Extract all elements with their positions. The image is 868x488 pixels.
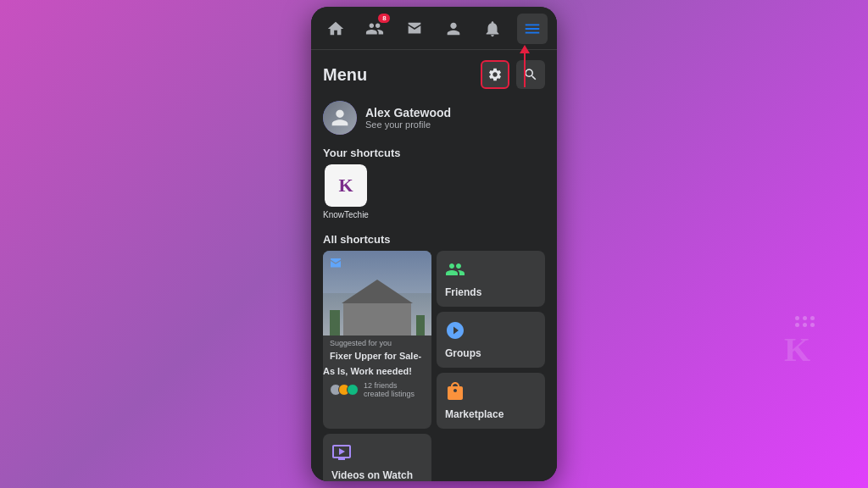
bg-dots [795,316,815,327]
phone-frame: 8 Menu [311,7,557,481]
shortcuts-row: K KnowTechie [311,164,557,230]
profile-nav-icon[interactable] [438,14,469,44]
groups-card[interactable]: Groups [437,312,545,368]
ad-friends-row: 12 friends created listings [323,378,431,402]
friends-badge: 8 [378,14,390,23]
bg-dot [803,323,807,327]
groups-icon [445,320,537,344]
friend-avatar-3 [347,384,359,396]
red-arrow-indicator [520,50,530,87]
bg-dot [795,316,799,320]
ad-friends-text: 12 friends created listings [364,381,425,398]
menu-title: Menu [323,65,367,85]
watch-icon [331,442,423,466]
profile-name: Alex Gatewood [365,106,451,119]
profile-row[interactable]: Alex Gatewood See your profile [311,96,557,143]
avatar [323,101,357,135]
ad-image [323,251,431,336]
friends-label: Friends [445,286,537,298]
profile-info: Alex Gatewood See your profile [365,106,451,130]
arrow-line [524,53,526,87]
top-navigation: 8 [311,7,557,50]
all-shortcuts-label: All shortcuts [311,230,557,251]
menu-header-icons [481,60,545,89]
watch-label: Videos on Watch [331,469,423,481]
shortcuts-section-label: Your shortcuts [311,143,557,164]
ad-card[interactable]: Suggested for you Fixer Upper for Sale- … [323,251,431,429]
bg-dot [810,323,815,327]
background-k-logo: K [784,330,810,369]
friends-icon [445,259,537,283]
friend-avatars [330,384,355,396]
marketplace-label: Marketplace [445,408,537,420]
friends-nav-icon[interactable]: 8 [359,14,390,44]
shortcut-label: KnowTechie [323,210,369,219]
store-nav-icon[interactable] [399,14,430,44]
ad-title: Fixer Upper for Sale- As Is, Work needed… [323,349,421,378]
marketplace-card[interactable]: Marketplace [437,373,545,429]
avatar-image [323,101,357,135]
bg-dot [810,316,815,320]
settings-button[interactable] [481,60,509,89]
watch-card[interactable]: Videos on Watch ● 9+ new videos [323,434,431,481]
ad-suggested-text: Suggested for you [323,336,431,347]
home-nav-icon[interactable] [320,14,351,44]
profile-subtext: See your profile [365,119,451,130]
notifications-nav-icon[interactable] [477,14,508,44]
shortcut-image: K [325,164,367,207]
menu-content: Menu [311,50,557,481]
bg-dot [803,316,807,320]
all-shortcuts-grid: Suggested for you Fixer Upper for Sale- … [311,251,557,481]
friends-card[interactable]: Friends [437,251,545,307]
menu-nav-icon[interactable] [517,14,548,44]
marketplace-icon [445,381,537,405]
bg-dot [795,323,799,327]
groups-label: Groups [445,347,537,359]
kt-logo: K [325,164,367,207]
shortcut-item-knowtechie[interactable]: K KnowTechie [323,164,369,219]
